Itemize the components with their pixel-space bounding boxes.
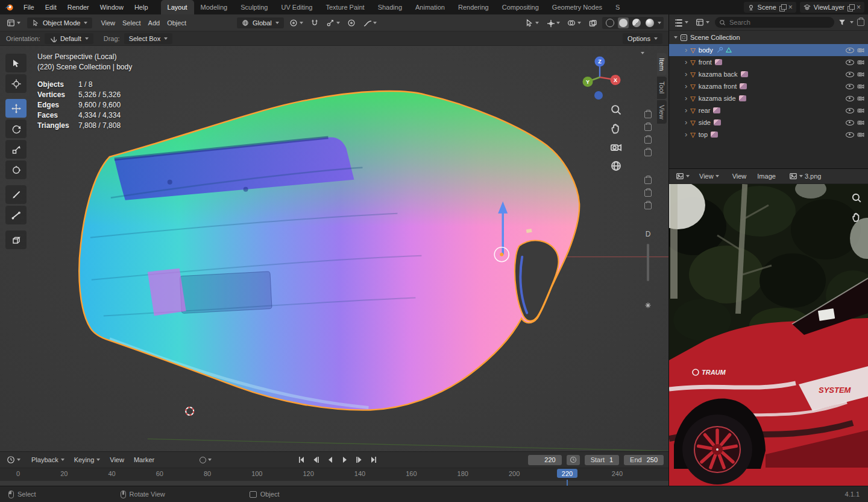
object-name[interactable]: kazama back	[699, 71, 738, 78]
scene-collection-row[interactable]: Scene Collection	[669, 31, 868, 44]
annotate-tool[interactable]	[5, 185, 27, 204]
clipboard-icon[interactable]	[644, 189, 652, 197]
pan-hand-icon[interactable]	[610, 122, 622, 135]
outliner-editor-type-button[interactable]	[673, 17, 690, 28]
new-viewlayer-icon[interactable]	[848, 4, 854, 10]
orientation-dropdown[interactable]: Global	[237, 17, 284, 28]
outliner-row[interactable]: › ▽ kazama front	[669, 80, 868, 92]
zoom-icon[interactable]	[610, 104, 622, 116]
display-mode-button[interactable]	[694, 17, 711, 28]
outliner-row[interactable]: › ▽ kazama side	[669, 92, 868, 104]
viewport-collapse-icon[interactable]	[641, 52, 644, 54]
disable-in-renders-icon[interactable]	[857, 46, 864, 54]
disable-in-renders-icon[interactable]	[857, 107, 864, 114]
playhead[interactable]: 220	[557, 469, 577, 486]
viewport-menu-item[interactable]: Object	[163, 16, 190, 30]
shading-material-button[interactable]	[631, 17, 642, 28]
expand-chevron-icon[interactable]: ›	[685, 132, 687, 138]
image-view-mode-dropdown[interactable]: View	[697, 171, 721, 181]
panel-scrollbar[interactable]	[647, 244, 649, 281]
cursor-tool[interactable]	[5, 74, 27, 93]
workspace-tab[interactable]: Shading	[371, 0, 409, 14]
scale-tool[interactable]	[5, 140, 27, 159]
remove-viewlayer-icon[interactable]: ×	[857, 3, 861, 11]
snap-toggle[interactable]	[309, 17, 321, 28]
pivot-button[interactable]	[288, 17, 305, 28]
sidebar-tab[interactable]: Item	[657, 53, 667, 75]
filter-funnel-icon[interactable]	[838, 18, 846, 27]
scene-selector[interactable]: Scene ×	[744, 2, 796, 13]
viewport-menu-item[interactable]: View	[97, 16, 119, 30]
outliner-row[interactable]: › ▽ front	[669, 56, 868, 68]
navigation-gizmo[interactable]: Z X Y	[574, 49, 625, 104]
orientation-setting-dropdown[interactable]: Default	[45, 33, 93, 44]
timeline-ruler[interactable]: 020406080100120140160180200220240 220	[0, 468, 668, 486]
object-name[interactable]: front	[699, 59, 712, 66]
disable-in-renders-icon[interactable]	[857, 83, 864, 90]
ortho-toggle-icon[interactable]	[610, 160, 622, 172]
clipboard-icon[interactable]	[644, 124, 652, 131]
menu-item[interactable]: Edit	[40, 0, 62, 14]
unlink-scene-icon[interactable]: ×	[788, 3, 793, 11]
car-model[interactable]	[71, 81, 587, 418]
jump-to-start-button[interactable]	[295, 454, 308, 465]
workspace-tab[interactable]: Rendering	[451, 0, 495, 14]
timeline-menu-item[interactable]: Playback	[27, 456, 69, 463]
proportional-edit-toggle[interactable]	[345, 17, 357, 28]
show-overlays-dropdown[interactable]	[565, 17, 583, 28]
timeline-menu-item[interactable]: Marker	[130, 456, 159, 463]
sidebar-tab[interactable]: View	[657, 100, 667, 124]
clipboard-icon[interactable]	[644, 136, 652, 144]
rotate-tool[interactable]	[5, 119, 27, 138]
outliner-row[interactable]: › ▽ kazama back	[669, 68, 868, 80]
blender-logo-icon[interactable]	[0, 0, 18, 14]
viewlayer-selector[interactable]: ViewLayer ×	[800, 2, 864, 13]
mode-dropdown[interactable]: Object Mode	[27, 17, 92, 28]
snap-settings[interactable]	[324, 17, 342, 28]
shading-wireframe-button[interactable]	[605, 17, 615, 28]
drag-dropdown[interactable]: Select Box	[124, 33, 173, 44]
start-frame-field[interactable]: Start 1	[585, 455, 619, 465]
search-input[interactable]	[715, 17, 834, 28]
hide-in-viewport-icon[interactable]	[846, 108, 854, 113]
hide-in-viewport-icon[interactable]	[846, 120, 854, 126]
hide-in-viewport-icon[interactable]	[846, 84, 854, 89]
disable-in-renders-icon[interactable]	[857, 59, 864, 66]
jump-to-end-button[interactable]	[367, 454, 380, 465]
timeline-editor-type-button[interactable]	[5, 454, 22, 465]
disable-in-renders-icon[interactable]	[857, 131, 864, 138]
image-editor-type-button[interactable]	[674, 171, 691, 182]
object-name[interactable]: kazama front	[699, 83, 737, 90]
select-box-tool[interactable]	[5, 54, 27, 72]
object-name[interactable]: kazama side	[699, 95, 736, 102]
next-keyframe-button[interactable]	[353, 454, 366, 465]
new-collection-icon[interactable]	[857, 19, 864, 26]
expand-chevron-icon[interactable]: ›	[685, 59, 687, 65]
workspace-tab[interactable]: UV Editing	[274, 0, 319, 14]
xray-toggle[interactable]	[587, 17, 599, 28]
clipboard-icon[interactable]	[644, 177, 652, 184]
expand-chevron-icon[interactable]: ›	[685, 119, 687, 126]
sidebar-tab[interactable]: Tool	[657, 77, 667, 98]
clipboard-icon[interactable]	[644, 149, 652, 156]
prev-keyframe-button[interactable]	[309, 454, 322, 465]
image-canvas[interactable]: TRAUM SYSTEM	[669, 184, 868, 486]
end-frame-field[interactable]: End 250	[624, 455, 664, 465]
asterisk-icon[interactable]	[644, 302, 652, 309]
viewport-menu-item[interactable]: Select	[119, 16, 145, 30]
camera-view-icon[interactable]	[610, 141, 622, 153]
image-selector[interactable]: 3.png	[787, 171, 823, 182]
object-name[interactable]: top	[699, 131, 708, 138]
workspace-tab[interactable]: Texture Paint	[319, 0, 371, 14]
proportional-falloff[interactable]	[361, 17, 379, 28]
image-pan-icon[interactable]	[851, 212, 862, 223]
current-frame-field[interactable]: 220	[528, 455, 562, 465]
workspace-tab[interactable]: Geometry Nodes	[546, 0, 609, 14]
workspace-tab[interactable]: Modeling	[194, 0, 234, 14]
options-dropdown[interactable]: Options	[623, 33, 662, 44]
outliner-row[interactable]: › ▽ side	[669, 116, 868, 129]
expand-chevron-icon[interactable]: ›	[685, 47, 687, 53]
expand-chevron-icon[interactable]: ›	[685, 83, 687, 89]
menu-item[interactable]: File	[18, 0, 40, 14]
expand-chevron-icon[interactable]: ›	[685, 107, 687, 113]
